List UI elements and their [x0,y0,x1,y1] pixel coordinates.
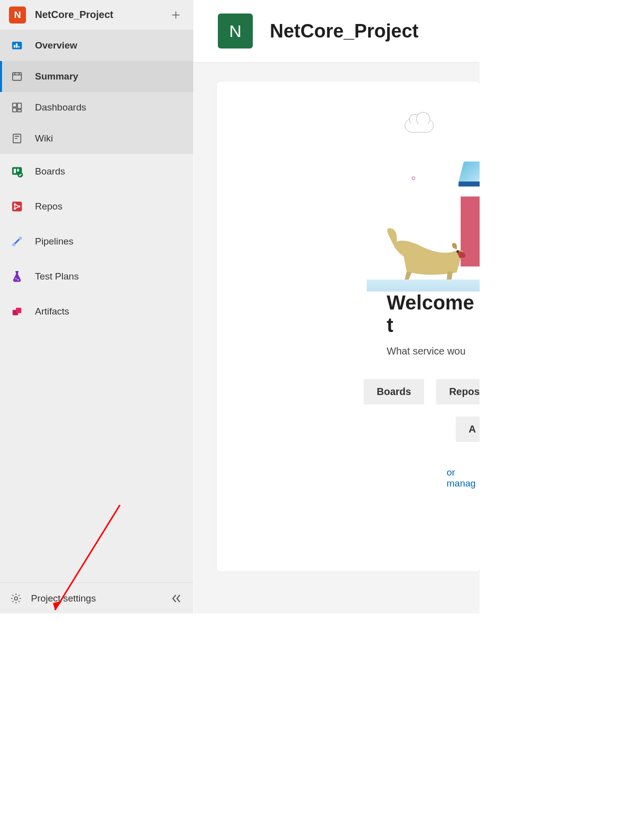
service-button-repos[interactable]: Repos [436,379,480,404]
manage-services-link[interactable]: or manag [447,467,476,488]
svg-rect-4 [12,72,21,80]
svg-rect-7 [12,108,16,112]
dog-illustration [382,222,472,282]
sidebar-item-artifacts[interactable]: Artifacts [0,294,193,329]
sidebar-item-label: Artifacts [35,306,184,317]
sidebar-item-label: Test Plans [35,271,184,282]
new-item-button[interactable] [167,6,184,24]
page-title: NetCore_Project [270,20,419,42]
wiki-icon [9,130,25,146]
service-button-row: Boards Repos [217,379,480,404]
repos-icon [9,198,25,214]
testplans-icon [9,268,25,284]
service-button-boards[interactable]: Boards [364,379,424,404]
cloud-icon [405,118,434,132]
overview-icon [9,38,25,54]
svg-point-22 [17,279,19,280]
sidebar-item-dashboards[interactable]: Dashboards [0,92,193,123]
welcome-subtext: What service wou [387,346,480,357]
sidebar-item-label: Repos [35,201,184,212]
service-button-more[interactable]: A [456,416,480,442]
sidebar-item-wiki[interactable]: Wiki [0,123,193,154]
sidebar-item-pipelines[interactable]: Pipelines [0,224,193,259]
sidebar-item-label: Dashboards [35,102,184,113]
sidebar-item-testplans[interactable]: Test Plans [0,259,193,294]
project-settings-label: Project settings [31,593,160,604]
svg-rect-12 [17,169,19,172]
svg-rect-24 [16,308,21,313]
gear-icon [10,592,22,604]
service-button-row2: A [217,416,480,442]
dashboards-icon [9,100,25,116]
svg-rect-6 [17,103,21,108]
svg-rect-5 [12,103,16,107]
svg-rect-8 [17,110,21,112]
sidebar-item-boards[interactable]: Boards [0,154,193,189]
sidebar-item-label: Wiki [35,133,184,144]
main-header: N NetCore_Project [194,0,480,62]
svg-point-16 [14,208,16,210]
sidebar: N NetCore_Project Overview Summary [0,0,194,614]
boards-icon [9,164,25,180]
sidebar-item-overview[interactable]: Overview [0,30,193,61]
sidebar-item-label: Boards [35,166,184,177]
sidebar-item-summary[interactable]: Summary [0,61,193,92]
svg-rect-1 [14,45,15,48]
sidebar-nav: Overview Summary Dashboards [0,30,193,329]
welcome-illustration [217,112,480,292]
decor-dot [412,176,415,180]
main-body: Welcome t What service wou Boards Repos … [194,62,480,614]
summary-icon [9,68,25,84]
svg-point-17 [18,206,20,208]
svg-point-18 [18,236,22,240]
project-name[interactable]: NetCore_Project [35,9,158,20]
svg-point-21 [15,278,17,280]
sidebar-item-repos[interactable]: Repos [0,189,193,224]
main-content: N NetCore_Project [194,0,480,614]
svg-rect-3 [18,46,19,48]
welcome-heading: Welcome t [387,292,480,336]
welcome-card: Welcome t What service wou Boards Repos … [217,82,480,572]
sidebar-item-label: Pipelines [35,236,184,247]
svg-point-15 [14,204,16,206]
svg-rect-2 [16,44,17,48]
svg-point-19 [12,243,15,246]
svg-rect-14 [12,202,22,212]
artifacts-icon [9,304,25,320]
svg-rect-11 [14,169,16,174]
pipelines-icon [9,234,25,250]
nav-main-group: Boards Repos Pipelines [0,154,193,329]
collapse-sidebar-button[interactable] [169,592,183,606]
svg-point-26 [457,250,459,253]
svg-point-25 [14,596,17,600]
svg-rect-20 [15,271,19,272]
sidebar-item-label: Overview [35,40,184,51]
project-badge: N [9,6,26,24]
sidebar-item-label: Summary [35,71,184,82]
plus-icon [170,10,181,20]
welcome-block: Welcome t What service wou [217,292,480,357]
project-header: N NetCore_Project [0,0,193,30]
project-settings-link[interactable]: Project settings [0,582,193,614]
manage-link-row: or manag [217,467,480,489]
project-avatar: N [218,14,253,48]
nav-group-overview: Overview Summary Dashboards [0,30,193,154]
